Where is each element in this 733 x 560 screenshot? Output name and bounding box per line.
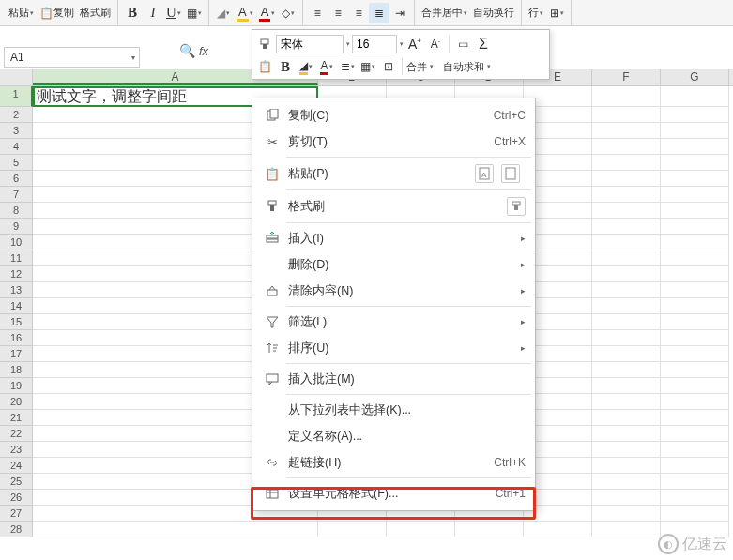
merge-mini-button[interactable]: ▭ bbox=[453, 34, 472, 54]
row-header[interactable]: 10 bbox=[0, 235, 33, 250]
paste-mini-button[interactable]: 📋 bbox=[255, 56, 274, 77]
row-header[interactable]: 25 bbox=[0, 474, 33, 490]
cell[interactable] bbox=[661, 155, 729, 171]
row-header[interactable]: 21 bbox=[0, 410, 33, 426]
cell[interactable] bbox=[592, 219, 661, 235]
ctx-insert[interactable]: 插入(I) ▸ bbox=[252, 225, 535, 251]
rowcol-button[interactable]: 行▾ bbox=[526, 3, 546, 23]
cell[interactable] bbox=[592, 187, 661, 203]
cell[interactable] bbox=[318, 522, 387, 537]
row-header[interactable]: 26 bbox=[0, 490, 33, 506]
row-header[interactable]: 9 bbox=[0, 219, 33, 235]
cell[interactable] bbox=[661, 86, 729, 107]
ctx-cut[interactable]: ✂ 剪切(T) Ctrl+X bbox=[252, 129, 535, 155]
ctx-link[interactable]: 超链接(H) Ctrl+K bbox=[252, 449, 535, 476]
cell[interactable] bbox=[661, 410, 729, 426]
cell[interactable] bbox=[592, 298, 661, 314]
cell[interactable] bbox=[661, 282, 729, 298]
cell[interactable] bbox=[592, 139, 661, 155]
wrap-button[interactable]: 自动换行 bbox=[470, 3, 517, 23]
row-header[interactable]: 23 bbox=[0, 442, 33, 458]
cell[interactable] bbox=[592, 123, 661, 139]
row-header[interactable]: 24 bbox=[0, 458, 33, 474]
cell[interactable] bbox=[661, 378, 729, 394]
ctx-defname[interactable]: 定义名称(A)... bbox=[252, 423, 535, 449]
chevron-down-icon[interactable]: ▾ bbox=[346, 40, 350, 48]
row-header[interactable]: 19 bbox=[0, 378, 33, 394]
row-header[interactable]: 15 bbox=[0, 314, 33, 330]
cell[interactable] bbox=[592, 394, 661, 410]
font-select[interactable] bbox=[276, 35, 344, 53]
row-header[interactable]: 11 bbox=[0, 250, 33, 266]
cell[interactable] bbox=[661, 490, 729, 506]
decrease-font-button[interactable]: A- bbox=[426, 34, 445, 54]
cell[interactable] bbox=[592, 378, 661, 394]
ctx-formatbrush[interactable]: 格式刷 bbox=[252, 192, 535, 220]
ctx-dropdown[interactable]: 从下拉列表中选择(K)... bbox=[252, 397, 535, 423]
row-header[interactable]: 5 bbox=[0, 155, 33, 171]
align-justify-button[interactable]: ≣ bbox=[369, 3, 389, 23]
cell[interactable] bbox=[592, 410, 661, 426]
cell[interactable] bbox=[592, 346, 661, 362]
cell[interactable] bbox=[592, 266, 661, 282]
ctx-copy[interactable]: 复制(C) Ctrl+C bbox=[252, 102, 535, 129]
align-mini-button[interactable]: ≣▾ bbox=[338, 56, 357, 77]
autosum-mini-label[interactable]: 自动求和 bbox=[443, 60, 484, 74]
fontsize-select[interactable] bbox=[352, 35, 397, 53]
cell[interactable] bbox=[592, 250, 661, 266]
bold-button[interactable]: B bbox=[122, 3, 143, 23]
ctx-sort[interactable]: 排序(U) ▸ bbox=[252, 335, 535, 361]
cell[interactable] bbox=[592, 362, 661, 378]
cell[interactable] bbox=[592, 426, 661, 442]
fontcolor-button[interactable]: A▾ bbox=[256, 3, 279, 23]
ctx-clear[interactable]: 清除内容(N) ▸ bbox=[252, 278, 535, 304]
highlight-button[interactable]: A▾ bbox=[234, 3, 256, 23]
cell[interactable] bbox=[661, 474, 729, 490]
border-mini-button[interactable]: ▦▾ bbox=[359, 56, 377, 77]
fillcolor-mini-button[interactable]: ◢▾ bbox=[297, 56, 315, 77]
underline-button[interactable]: U▾ bbox=[163, 3, 184, 23]
cell[interactable] bbox=[661, 426, 729, 442]
row-header[interactable]: 3 bbox=[0, 123, 33, 139]
border-button[interactable]: ▦▾ bbox=[184, 3, 205, 23]
row-header[interactable]: 7 bbox=[0, 187, 33, 203]
cell[interactable] bbox=[661, 187, 729, 203]
row-header[interactable]: 2 bbox=[0, 107, 33, 123]
cell[interactable] bbox=[592, 314, 661, 330]
align-left-button[interactable]: ≡ bbox=[307, 3, 328, 23]
fontcolor-mini-button[interactable]: A▾ bbox=[317, 56, 336, 77]
eraser-button[interactable]: ◇▾ bbox=[278, 3, 298, 23]
cell[interactable] bbox=[661, 330, 729, 346]
row-header[interactable]: 8 bbox=[0, 203, 33, 219]
row-header[interactable]: 20 bbox=[0, 394, 33, 410]
zoom-out-icon[interactable]: 🔍 bbox=[179, 43, 195, 58]
row-header[interactable]: 6 bbox=[0, 171, 33, 187]
ctx-filter[interactable]: 筛选(L) ▸ bbox=[252, 309, 535, 335]
cell[interactable] bbox=[592, 490, 661, 506]
cell[interactable] bbox=[661, 362, 729, 378]
cell[interactable] bbox=[592, 203, 661, 219]
cell[interactable] bbox=[592, 107, 661, 123]
paste-formatting-button[interactable] bbox=[501, 164, 520, 183]
cell[interactable] bbox=[661, 458, 729, 474]
fillcolor-button[interactable]: ◢▾ bbox=[213, 3, 234, 23]
fx-icon[interactable]: fx bbox=[199, 44, 208, 58]
cell[interactable] bbox=[661, 298, 729, 314]
cell[interactable] bbox=[455, 522, 524, 537]
cell[interactable] bbox=[661, 107, 729, 123]
ctx-paste[interactable]: 📋 粘贴(P) A bbox=[252, 159, 535, 188]
formatbrush-button[interactable]: 格式刷 bbox=[77, 3, 114, 23]
cell[interactable] bbox=[661, 442, 729, 458]
select-all-corner[interactable] bbox=[0, 69, 33, 85]
cell[interactable] bbox=[661, 171, 729, 187]
cell[interactable] bbox=[592, 506, 661, 522]
cell[interactable] bbox=[661, 219, 729, 235]
align-center-button[interactable]: ≡ bbox=[328, 3, 348, 23]
cell[interactable] bbox=[661, 139, 729, 155]
row-header[interactable]: 16 bbox=[0, 330, 33, 346]
cell[interactable] bbox=[592, 474, 661, 490]
row-header[interactable]: 22 bbox=[0, 426, 33, 442]
paste-values-button[interactable]: A bbox=[475, 164, 494, 183]
cell[interactable] bbox=[592, 155, 661, 171]
column-header-f[interactable]: F bbox=[592, 69, 661, 85]
